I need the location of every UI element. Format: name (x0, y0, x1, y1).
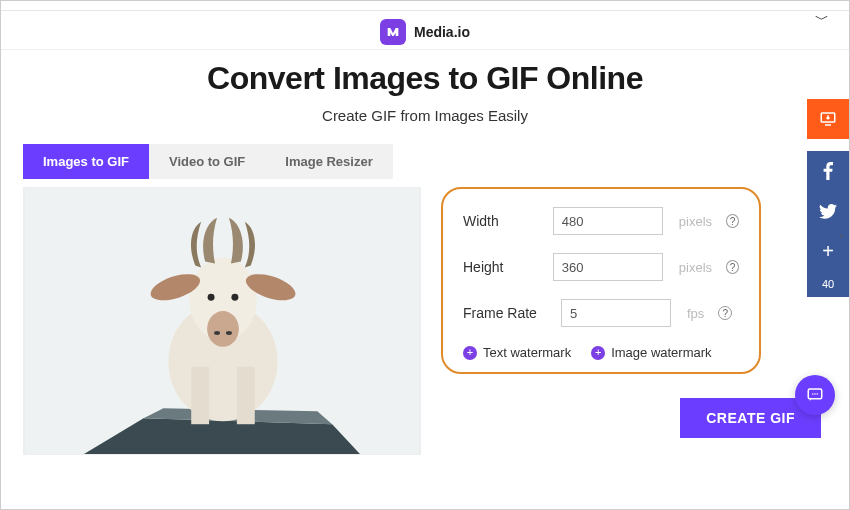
svg-point-11 (231, 294, 238, 301)
width-input[interactable] (553, 207, 663, 235)
plus-icon: + (591, 346, 605, 360)
svg-point-7 (207, 311, 239, 347)
share-facebook[interactable] (807, 151, 849, 191)
tab-video-to-gif[interactable]: Video to GIF (149, 144, 265, 179)
chat-button[interactable] (795, 375, 835, 415)
svg-point-10 (208, 294, 215, 301)
svg-point-17 (812, 393, 814, 395)
top-strip (1, 1, 849, 11)
tabs: Images to GIF Video to GIF Image Resizer (23, 144, 827, 179)
brand-name: Media.io (414, 24, 470, 40)
svg-rect-5 (237, 367, 255, 425)
svg-point-18 (814, 393, 816, 395)
help-icon[interactable]: ? (726, 260, 739, 274)
chevron-down-icon[interactable]: ﹀ (815, 11, 829, 29)
preview-image (24, 188, 420, 454)
share-twitter[interactable] (807, 191, 849, 231)
settings-panel: Width pixels ? Height pixels ? Frame Rat… (441, 187, 761, 374)
height-input[interactable] (553, 253, 663, 281)
svg-rect-4 (191, 367, 209, 425)
image-preview (23, 187, 421, 455)
plus-icon: + (463, 346, 477, 360)
share-rail: + 40 (807, 99, 849, 297)
help-icon[interactable]: ? (718, 306, 732, 320)
page-title: Convert Images to GIF Online (1, 60, 849, 97)
page-subtitle: Create GIF from Images Easily (1, 107, 849, 124)
chevron-right-icon[interactable]: › (839, 229, 843, 241)
width-unit: pixels (679, 214, 712, 229)
text-watermark-label: Text watermark (483, 345, 571, 360)
width-label: Width (463, 213, 543, 229)
frame-rate-input[interactable] (561, 299, 671, 327)
brand-logo (380, 19, 406, 45)
height-label: Height (463, 259, 543, 275)
frame-rate-label: Frame Rate (463, 305, 551, 321)
hero: Convert Images to GIF Online Create GIF … (1, 50, 849, 138)
share-count: 40 (807, 271, 849, 297)
svg-point-19 (817, 393, 819, 395)
image-watermark-label: Image watermark (611, 345, 711, 360)
height-unit: pixels (679, 260, 712, 275)
add-image-watermark[interactable]: + Image watermark (591, 345, 711, 360)
svg-point-12 (214, 331, 220, 335)
tab-images-to-gif[interactable]: Images to GIF (23, 144, 149, 179)
help-icon[interactable]: ? (726, 214, 739, 228)
tab-image-resizer[interactable]: Image Resizer (265, 144, 392, 179)
brand-bar: Media.io (1, 11, 849, 50)
download-app-button[interactable] (807, 99, 849, 139)
add-text-watermark[interactable]: + Text watermark (463, 345, 571, 360)
frame-rate-unit: fps (687, 306, 704, 321)
svg-point-13 (226, 331, 232, 335)
